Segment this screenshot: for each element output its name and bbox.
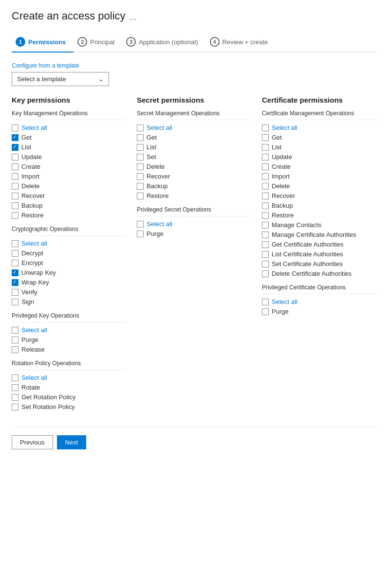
checkbox-c_backup[interactable] [262,202,269,209]
checkbox-label-k_backup[interactable]: Backup [21,202,42,209]
checkbox-c_deleteca[interactable] [262,270,269,277]
checkbox-label-s_list[interactable]: List [147,143,156,151]
checkbox-label-k_purge[interactable]: Purge [21,336,38,343]
checkbox-s_restore[interactable] [137,193,144,199]
checkbox-label-c_get[interactable]: Get [272,134,282,141]
checkbox-k_crypto_selectall[interactable] [12,240,19,247]
checkbox-label-k_list[interactable]: List [21,143,31,151]
checkbox-c_getca[interactable] [262,241,269,248]
next-button[interactable]: Next [57,435,87,449]
checkbox-s_backup[interactable] [137,183,144,190]
checkbox-c_selectall[interactable] [262,125,269,131]
checkbox-s_priv_selectall[interactable] [137,221,144,228]
checkbox-k_get[interactable] [12,134,19,141]
checkbox-label-k_encrypt[interactable]: Encrypt [21,259,43,267]
checkbox-c_delete[interactable] [262,183,269,190]
checkbox-label-c_create[interactable]: Create [272,163,291,170]
checkbox-c_create[interactable] [262,163,269,170]
checkbox-label-k_verify[interactable]: Verify [21,288,37,296]
checkbox-k_sign[interactable] [12,299,19,305]
checkbox-c_update[interactable] [262,154,269,160]
checkbox-label-k_create[interactable]: Create [21,163,40,170]
checkbox-k_unwrapkey[interactable] [12,269,19,276]
checkbox-label-k_decrypt[interactable]: Decrypt [21,249,43,257]
checkbox-label-k_update[interactable]: Update [21,153,42,160]
checkbox-k_create[interactable] [12,163,19,170]
checkbox-s_get[interactable] [137,134,144,141]
checkbox-label-c_deleteca[interactable]: Delete Certificate Authorities [272,270,352,277]
checkbox-s_recover[interactable] [137,173,144,180]
checkbox-k_priv_selectall[interactable] [12,327,19,334]
checkbox-c_restore[interactable] [262,212,269,219]
checkbox-k_setrotpolicy[interactable] [12,404,19,410]
checkbox-s_set[interactable] [137,154,144,160]
checkbox-label-k_priv_selectall[interactable]: Select all [21,326,47,334]
checkbox-label-s_recover[interactable]: Recover [147,173,170,180]
checkbox-c_setca[interactable] [262,261,269,267]
checkbox-label-k_rotate[interactable]: Rotate [21,384,40,391]
checkbox-label-k_setrotpolicy[interactable]: Set Rotation Policy [21,403,75,410]
template-dropdown[interactable]: Select a template ⌄ [12,72,109,86]
previous-button[interactable]: Previous [12,435,53,449]
wizard-step-permissions[interactable]: 1Permissions [12,32,74,53]
checkbox-label-c_managecontacts[interactable]: Manage Contacts [272,221,321,229]
checkbox-s_purge[interactable] [137,231,144,237]
checkbox-k_rot_selectall[interactable] [12,374,19,381]
checkbox-label-k_rot_selectall[interactable]: Select all [21,374,47,381]
checkbox-k_getrotpolicy[interactable] [12,394,19,401]
checkbox-label-c_priv_selectall[interactable]: Select all [272,298,297,305]
checkbox-c_manageca[interactable] [262,232,269,238]
checkbox-c_recover[interactable] [262,193,269,199]
checkbox-label-k_release[interactable]: Release [21,346,45,353]
wizard-step-review[interactable]: 4Review + create [206,32,276,53]
checkbox-k_decrypt[interactable] [12,250,19,257]
wizard-step-principal[interactable]: 2Principal [74,32,122,53]
checkbox-c_managecontacts[interactable] [262,222,269,229]
checkbox-label-k_getrotpolicy[interactable]: Get Rotation Policy [21,393,75,401]
checkbox-k_recover[interactable] [12,193,19,199]
checkbox-label-s_priv_selectall[interactable]: Select all [147,220,172,228]
checkbox-k_update[interactable] [12,154,19,160]
checkbox-label-s_backup[interactable]: Backup [147,182,167,190]
checkbox-k_verify[interactable] [12,289,19,296]
checkbox-c_import[interactable] [262,173,269,180]
checkbox-k_delete[interactable] [12,183,19,190]
checkbox-label-c_getca[interactable]: Get Certificate Authorities [272,241,343,248]
checkbox-k_rotate[interactable] [12,384,19,391]
checkbox-k_backup[interactable] [12,202,19,209]
wizard-step-application[interactable]: 3Application (optional) [122,32,205,53]
checkbox-k_selectall[interactable] [12,125,19,131]
checkbox-label-c_listca[interactable]: List Certificate Authorities [272,250,343,258]
checkbox-k_release[interactable] [12,346,19,353]
checkbox-label-k_get[interactable]: Get [21,134,32,141]
checkbox-c_priv_selectall[interactable] [262,299,269,305]
checkbox-label-c_backup[interactable]: Backup [272,202,293,209]
checkbox-c_list[interactable] [262,144,269,151]
checkbox-label-s_selectall[interactable]: Select all [147,124,172,131]
checkbox-label-c_list[interactable]: List [272,143,281,151]
checkbox-s_selectall[interactable] [137,125,144,131]
checkbox-k_restore[interactable] [12,212,19,219]
checkbox-c_purge[interactable] [262,308,269,315]
checkbox-k_encrypt[interactable] [12,260,19,267]
checkbox-label-k_crypto_selectall[interactable]: Select all [21,240,47,247]
checkbox-label-s_restore[interactable]: Restore [147,192,169,199]
checkbox-label-k_unwrapkey[interactable]: Unwrap Key [21,269,56,276]
checkbox-c_get[interactable] [262,134,269,141]
checkbox-label-s_get[interactable]: Get [147,134,157,141]
checkbox-label-c_selectall[interactable]: Select all [272,124,297,131]
checkbox-s_delete[interactable] [137,163,144,170]
checkbox-label-s_delete[interactable]: Delete [147,163,165,170]
checkbox-label-k_sign[interactable]: Sign [21,298,34,305]
checkbox-label-c_setca[interactable]: Set Certificate Authorities [272,260,343,267]
checkbox-label-k_restore[interactable]: Restore [21,212,44,219]
checkbox-k_wrapkey[interactable] [12,279,19,286]
checkbox-label-s_set[interactable]: Set [147,153,156,160]
checkbox-label-k_import[interactable]: Import [21,173,39,180]
checkbox-s_list[interactable] [137,144,144,151]
checkbox-c_listca[interactable] [262,251,269,258]
checkbox-label-c_import[interactable]: Import [272,173,290,180]
checkbox-k_purge[interactable] [12,337,19,343]
checkbox-label-k_selectall[interactable]: Select all [21,124,47,131]
checkbox-k_list[interactable] [12,144,19,151]
